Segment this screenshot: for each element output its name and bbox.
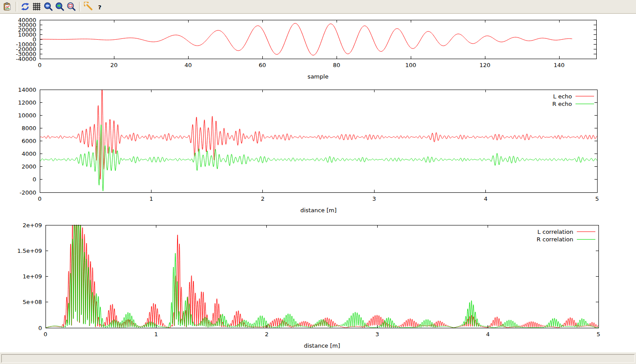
series-r-correlation (45, 225, 598, 328)
y-tick-label: 6000 (22, 138, 36, 144)
legend-label: L echo (553, 93, 572, 100)
zoom-previous-button[interactable] (42, 1, 54, 12)
x-tick-label: 140 (554, 62, 565, 68)
refresh-icon (20, 2, 30, 11)
x-tick-label: 0 (38, 195, 42, 202)
y-tick-label: 10000 (18, 112, 36, 119)
x-tick-label: 60 (259, 62, 266, 68)
x-tick-label: 3 (375, 331, 379, 338)
magnifier-left-arrow-icon (43, 2, 53, 11)
status-text (1, 354, 635, 363)
zoom-next-button[interactable] (54, 1, 65, 12)
y-tick-label: 4000 (22, 150, 36, 157)
series-l-echo (40, 90, 597, 179)
legend-label: L correlation (538, 229, 573, 235)
autoscale-button[interactable] (65, 1, 77, 12)
x-tick-label: 1 (154, 331, 158, 338)
toolbar-separator (15, 2, 17, 11)
x-tick-label: 4 (484, 195, 487, 202)
grid-icon (32, 2, 42, 11)
y-tick-label: 1.5e+09 (17, 248, 42, 254)
wrench-icon (84, 2, 94, 11)
x-tick-label: 5 (597, 331, 600, 338)
question-mark-icon: ? (95, 2, 105, 11)
x-tick-label: 2 (261, 195, 265, 202)
x-tick-label: 20 (110, 62, 118, 68)
configure-button[interactable] (83, 1, 95, 12)
y-tick-label: 2000 (22, 163, 36, 170)
svg-text:?: ? (98, 4, 102, 11)
grid-button[interactable] (31, 1, 42, 12)
series-pulse (40, 23, 572, 55)
x-tick-label: 1 (149, 195, 153, 202)
x-tick-label: 4 (486, 331, 489, 338)
chart-2[interactable]: 01234505e+081e+091.5e+092e+09distance [m… (17, 222, 600, 349)
legend-label: R correlation (537, 236, 573, 243)
x-tick-label: 5 (595, 195, 599, 202)
x-tick-label: 80 (333, 62, 341, 68)
x-axis-label: sample (307, 73, 328, 80)
chart-0[interactable]: 020406080100120140-40000-30000-20000-100… (16, 17, 596, 80)
plot-border (40, 90, 597, 192)
x-tick-label: 3 (372, 195, 376, 202)
y-tick-label: 1e+09 (23, 273, 42, 280)
clipboard-chart-icon (3, 2, 12, 11)
x-tick-label: 40 (185, 62, 192, 68)
x-axis-label: distance [m] (304, 342, 340, 349)
y-tick-label: 5e+08 (23, 299, 42, 305)
plot-border (45, 225, 598, 328)
legend-label: R echo (552, 101, 572, 107)
plot-canvas[interactable]: 020406080100120140-40000-30000-20000-100… (0, 14, 636, 352)
help-button[interactable]: ? (95, 1, 106, 12)
y-tick-label: 2e+09 (23, 222, 42, 229)
series-l-correlation (45, 225, 598, 328)
toolbar: ? (0, 0, 636, 14)
charts-svg[interactable]: 020406080100120140-40000-30000-20000-100… (0, 14, 636, 352)
y-tick-label: 14000 (18, 86, 36, 93)
y-tick-label: 40000 (18, 17, 36, 23)
x-tick-label: 0 (38, 62, 42, 68)
y-tick-label: 0 (38, 325, 42, 331)
x-tick-label: 120 (480, 62, 491, 68)
magnifier-rectangle-icon (66, 2, 76, 11)
status-bar (0, 352, 636, 364)
magnifier-right-arrow-icon (55, 2, 64, 11)
x-tick-label: 2 (265, 331, 269, 338)
x-tick-label: 0 (44, 331, 47, 338)
y-tick-label: 8000 (22, 125, 36, 131)
y-tick-label: 12000 (18, 99, 36, 106)
series-r-echo (40, 125, 597, 191)
y-tick-label: 0 (33, 176, 36, 183)
plot-border (40, 20, 596, 59)
toolbar-separator (79, 2, 81, 11)
chart-1[interactable]: 012345-200002000400060008000100001200014… (18, 86, 599, 214)
y-tick-label: -2000 (19, 189, 36, 196)
x-axis-label: distance [m] (300, 207, 337, 214)
x-tick-label: 100 (405, 62, 416, 68)
replot-button[interactable] (19, 1, 31, 12)
copy-to-clipboard-button[interactable] (2, 1, 13, 12)
